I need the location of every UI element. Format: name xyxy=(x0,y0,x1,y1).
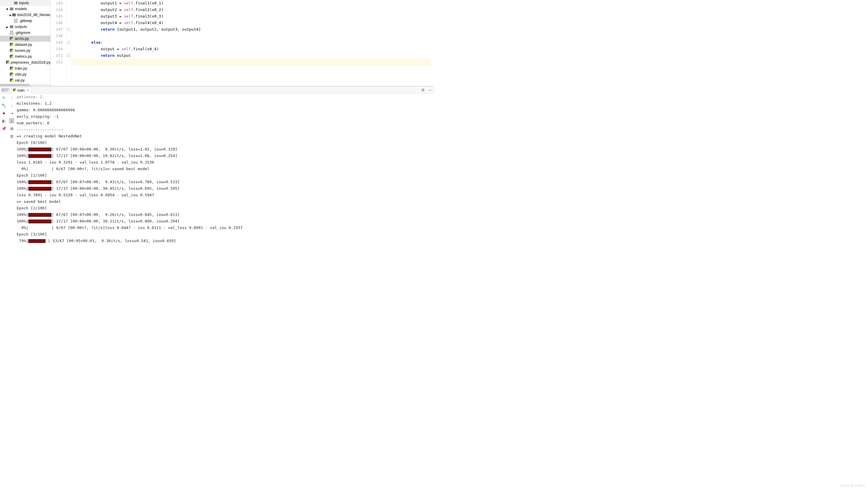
chevron-none xyxy=(5,67,9,70)
python-icon xyxy=(9,72,14,76)
close-icon[interactable]: ✕ xyxy=(27,88,29,92)
python-icon xyxy=(9,55,14,59)
line-gutter: 143144145146147148149150151152 xyxy=(51,0,67,86)
tree-item-label: val.py xyxy=(15,78,25,83)
tree-item-archs.py[interactable]: archs.py xyxy=(0,36,50,42)
tree-item-models[interactable]: ▾models xyxy=(0,6,50,12)
tree-item-label: losses.py xyxy=(15,48,30,53)
chevron-none xyxy=(5,78,9,82)
tree-item-preprocess_dsb2018.py[interactable]: preprocess_dsb2018.py xyxy=(0,60,50,65)
tree-item-label: outputs xyxy=(15,25,27,29)
chevron-down-icon[interactable]: ▾ xyxy=(5,7,9,11)
progress-bar xyxy=(28,167,52,171)
folder-icon xyxy=(9,25,14,29)
code-area[interactable]: output1 = self.final1(x0_1) output2 = se… xyxy=(71,0,431,86)
tree-item-label: train.py xyxy=(15,66,27,70)
tree-item-label: utils.py xyxy=(15,72,27,76)
tree-item-.gitignore[interactable]: .gitignore xyxy=(0,30,50,36)
project-tree[interactable]: inputs▾models▸dsb2018_96_NestedUNet_woDS… xyxy=(0,0,51,86)
python-icon xyxy=(9,37,14,41)
sidebar-hscroll[interactable] xyxy=(0,84,50,86)
folder-dark-icon xyxy=(12,13,16,17)
tree-item-label: .gitignore xyxy=(15,31,30,35)
python-icon xyxy=(9,42,14,47)
gear-icon[interactable]: ⚙ xyxy=(420,88,426,93)
progress-bar xyxy=(28,239,45,243)
tree-item-dsb2018_96_NestedUNet_woDS[interactable]: ▸dsb2018_96_NestedUNet_woDS xyxy=(0,12,50,18)
chevron-none xyxy=(5,37,9,40)
file-icon xyxy=(9,31,14,35)
progress-bar xyxy=(28,187,52,191)
tree-item-losses.py[interactable]: losses.py xyxy=(0,47,50,54)
tree-item-val.py[interactable]: val.py xyxy=(0,77,50,83)
up-icon[interactable]: ↑ xyxy=(9,95,14,100)
python-icon xyxy=(9,48,14,53)
file-icon xyxy=(14,19,18,23)
tree-item-label: dataset.py xyxy=(15,42,32,47)
tree-item-outputs[interactable]: ▸outputs xyxy=(0,24,50,30)
chevron-none xyxy=(5,49,9,52)
python-icon xyxy=(13,88,17,93)
pin-icon[interactable]: 📌 xyxy=(1,126,6,131)
folder-icon xyxy=(9,7,14,11)
stop-icon[interactable]: ■ xyxy=(1,110,6,116)
fold-gutter[interactable] xyxy=(67,0,71,86)
chevron-none xyxy=(5,55,9,58)
chevron-none xyxy=(5,31,9,34)
tree-item-.gitkeep[interactable]: .gitkeep xyxy=(0,18,50,24)
run-tab[interactable]: train ✕ xyxy=(11,87,32,94)
python-icon xyxy=(6,60,9,65)
chevron-right-icon[interactable]: ▸ xyxy=(9,13,11,17)
tree-item-utils.py[interactable]: utils.py xyxy=(0,71,50,77)
tree-item-label: inputs xyxy=(19,1,29,5)
tree-item-label: 外部库 xyxy=(11,84,23,84)
minimize-icon[interactable]: — xyxy=(428,88,433,93)
python-icon xyxy=(9,78,14,83)
tree-item-inputs[interactable]: inputs xyxy=(0,0,50,6)
tool-icon[interactable]: 🔧 xyxy=(1,103,6,108)
tree-item-label: .gitkeep xyxy=(19,19,32,23)
chevron-none xyxy=(9,19,13,23)
folder-icon xyxy=(14,1,18,5)
chevron-right-icon[interactable]: ▸ xyxy=(5,25,9,29)
down-icon[interactable]: ↓ xyxy=(9,103,14,108)
progress-bar xyxy=(28,180,52,184)
progress-bar xyxy=(28,148,52,152)
trash-icon[interactable]: 🗑 xyxy=(9,134,14,139)
tree-item-dataset.py[interactable]: dataset.py xyxy=(0,42,50,47)
tree-item-metrics.py[interactable]: metrics.py xyxy=(0,54,50,60)
tree-item-label: archs.py xyxy=(15,37,29,41)
rerun-icon[interactable]: ↻ xyxy=(1,95,6,100)
python-icon xyxy=(9,66,14,70)
tree-item-label: models xyxy=(15,7,27,11)
tree-item-train.py[interactable]: train.py xyxy=(0,65,50,71)
progress-bar xyxy=(28,154,52,158)
tree-item-label: preprocess_dsb2018.py xyxy=(11,60,50,65)
progress-bar xyxy=(28,213,52,217)
chevron-none xyxy=(9,1,13,5)
progress-bar xyxy=(28,226,52,230)
run-tool-header: 运行: train ✕ ⚙ — xyxy=(0,87,434,94)
chevron-none xyxy=(5,73,9,76)
wrap-icon[interactable]: ⇥ xyxy=(9,110,14,116)
print-icon[interactable]: 🖶 xyxy=(9,126,14,131)
run-label: 运行: xyxy=(1,88,10,93)
tree-item-label: metrics.py xyxy=(15,55,32,59)
progress-bar xyxy=(28,220,52,223)
tree-item-label: dsb2018_96_NestedUNet_woDS xyxy=(17,13,50,17)
chevron-none xyxy=(5,43,9,46)
scroll-to-end-icon[interactable]: ⤓ xyxy=(9,118,14,124)
console-output[interactable]: patience: 2milestones: 1,2gamma: 0.66666… xyxy=(16,94,434,244)
layout-icon[interactable]: ◧ xyxy=(1,118,6,124)
run-tab-name: train xyxy=(17,88,24,93)
code-editor[interactable]: 143144145146147148149150151152 output1 =… xyxy=(51,0,431,86)
